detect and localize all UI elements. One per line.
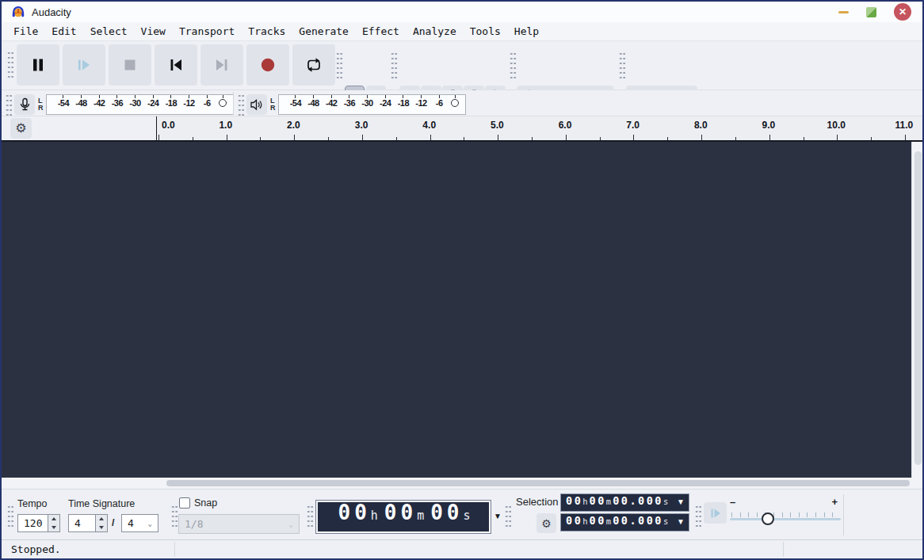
ruler-tick [837, 135, 838, 140]
ruler-tick-minor [804, 137, 804, 140]
menu-help[interactable]: Help [512, 24, 541, 39]
time-signature-upper-input[interactable]: 4 [68, 514, 96, 532]
menu-transport[interactable]: Transport [177, 24, 237, 39]
menubar: FileEditSelectViewTransportTracksGenerat… [2, 22, 922, 41]
snap-label: Snap [194, 497, 217, 509]
ruler-label: 4.0 [422, 120, 436, 131]
playback-meter-button[interactable] [246, 94, 267, 115]
skip-to-end-button[interactable] [200, 44, 243, 86]
menu-tracks[interactable]: Tracks [246, 24, 288, 39]
recording-meter-button[interactable] [14, 94, 35, 115]
time-grip[interactable] [306, 504, 313, 528]
playback-meter-channels: LR [270, 97, 276, 112]
selection-start-field[interactable]: 00 h 00 m 00.000 s ▼ [560, 493, 689, 512]
window-controls: ✕ [838, 3, 911, 21]
stop-button[interactable] [109, 44, 151, 86]
selection-grip[interactable] [504, 504, 511, 528]
playback-meter-scale[interactable]: -54-48-42-36-30-24-18-12-6 [278, 94, 466, 115]
snap-mode-select[interactable]: 1/8⌄ [178, 514, 300, 534]
bottom-toolbar-divider [843, 494, 844, 535]
audio-setup-grip[interactable] [618, 51, 625, 81]
menu-analyze[interactable]: Analyze [410, 24, 459, 39]
speed-minus-label: – [730, 496, 735, 508]
menu-tools[interactable]: Tools [468, 24, 503, 39]
meter-clip-indicator [216, 95, 230, 107]
recording-meter-scale[interactable]: -54-48-42-36-30-24-18-12-6 [46, 94, 234, 115]
play-at-speed-icon [709, 507, 722, 520]
ruler-tick [227, 135, 227, 140]
play-at-speed-button[interactable] [704, 502, 727, 524]
ruler-tick [905, 135, 906, 140]
ruler-tick [158, 135, 159, 140]
ruler-label: 3.0 [355, 120, 368, 131]
bottom-toolbar: Tempo 120 Time Signature 4 / 4⌄ Snap 1/8… [2, 489, 922, 539]
ruler-tick [498, 135, 498, 140]
playback-meter-grip[interactable] [237, 93, 244, 116]
tools-grip[interactable] [335, 51, 342, 81]
ruler-label: 0.0 [162, 120, 175, 131]
loop-button[interactable] [292, 44, 335, 86]
timeline-ruler[interactable]: 0.01.02.03.04.05.06.07.08.09.010.011.0 [157, 116, 922, 140]
ruler-tick [566, 135, 567, 140]
tempo-spinner[interactable] [48, 514, 60, 532]
snap-checkbox[interactable] [179, 497, 190, 509]
recording-meter: LR -54-48-42-36-30-24-18-12-6 [5, 93, 234, 116]
gear-icon: ⚙ [15, 122, 26, 135]
minimize-button[interactable] [838, 11, 849, 13]
play-button[interactable] [63, 44, 105, 86]
selection-options-button[interactable]: ⚙ [536, 513, 556, 533]
share-grip[interactable] [509, 51, 516, 81]
ruler-tick-minor [464, 137, 464, 140]
selection-end-field[interactable]: 00 h 00 m 00.000 s ▼ [560, 513, 689, 531]
menu-select[interactable]: Select [88, 24, 130, 39]
vertical-scrollbar-thumb[interactable] [914, 151, 922, 465]
speaker-small-icon [250, 98, 264, 112]
ruler-tick-minor [871, 137, 872, 140]
play-speed-slider[interactable]: – + [730, 496, 841, 529]
play-speed-grip[interactable] [694, 504, 701, 528]
skip-to-start-button[interactable] [155, 44, 197, 86]
vertical-scrollbar[interactable] [911, 142, 924, 478]
time-display[interactable]: 00 h 00 m 00 s [315, 500, 491, 534]
time-signature-grip[interactable] [6, 504, 13, 528]
statusbar: Stopped. [2, 539, 922, 558]
ruler-tick [294, 135, 295, 140]
transport-grip[interactable] [6, 50, 13, 80]
status-message: Stopped. [11, 543, 61, 555]
ruler-tick [633, 135, 634, 140]
menu-edit[interactable]: Edit [49, 24, 78, 39]
menu-view[interactable]: View [139, 24, 168, 39]
time-signature-spinner[interactable] [96, 514, 108, 532]
horizontal-scrollbar-thumb[interactable] [166, 480, 910, 486]
menu-file[interactable]: File [11, 24, 40, 39]
time-signature-lower-select[interactable]: 4⌄ [121, 514, 158, 532]
record-button[interactable] [246, 44, 289, 86]
menu-generate[interactable]: Generate [296, 24, 351, 39]
tempo-input[interactable]: 120 [17, 514, 48, 532]
chevron-down-icon: ⌄ [148, 520, 152, 528]
close-button[interactable]: ✕ [894, 3, 911, 21]
menu-effect[interactable]: Effect [360, 24, 402, 39]
time-display-caret-icon[interactable]: ▼ [494, 512, 502, 520]
snap-grip[interactable] [170, 504, 178, 528]
recording-meter-grip[interactable] [5, 93, 12, 116]
selection-end-caret-icon[interactable]: ▼ [677, 517, 685, 526]
skip-to-end-icon [214, 57, 230, 73]
track-canvas[interactable] [2, 142, 911, 478]
meter-scale-label: -42 [90, 95, 109, 108]
slider-track[interactable] [730, 518, 841, 520]
slider-thumb[interactable] [762, 512, 774, 525]
tempo-label: Tempo [17, 498, 48, 509]
timeline-options-button[interactable]: ⚙ [10, 118, 32, 139]
ruler-tick [701, 135, 702, 140]
window-title: Audacity [32, 6, 71, 18]
edit-grip[interactable] [390, 51, 397, 81]
restore-button[interactable] [866, 7, 876, 17]
gear-icon: ⚙ [541, 517, 552, 530]
meter-scale-label: -6 [198, 95, 216, 108]
meters-row: LR -54-48-42-36-30-24-18-12-6 LR -54-48-… [2, 90, 922, 116]
selection-start-caret-icon[interactable]: ▼ [677, 497, 685, 506]
pause-button[interactable] [17, 44, 59, 86]
horizontal-scrollbar[interactable] [2, 478, 924, 489]
meter-scale-label: -18 [395, 95, 413, 108]
